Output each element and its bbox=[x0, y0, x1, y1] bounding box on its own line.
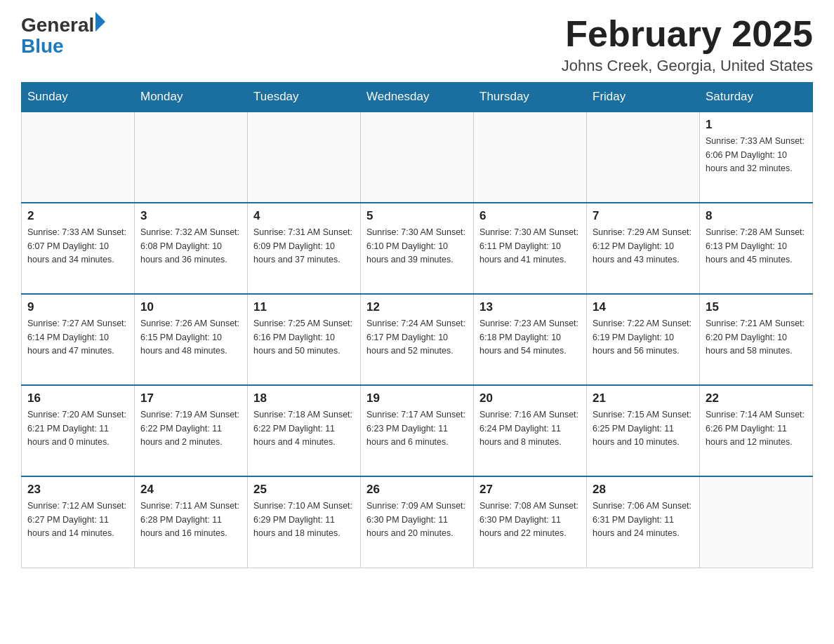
calendar-cell: 12Sunrise: 7:24 AM Sunset: 6:17 PM Dayli… bbox=[361, 294, 474, 385]
calendar-cell: 21Sunrise: 7:15 AM Sunset: 6:25 PM Dayli… bbox=[587, 385, 700, 476]
calendar-cell: 9Sunrise: 7:27 AM Sunset: 6:14 PM Daylig… bbox=[22, 294, 135, 385]
day-number: 1 bbox=[706, 118, 807, 132]
calendar-cell bbox=[474, 112, 587, 203]
calendar-table: SundayMondayTuesdayWednesdayThursdayFrid… bbox=[21, 82, 813, 568]
day-number: 10 bbox=[140, 300, 241, 314]
weekday-header-saturday: Saturday bbox=[700, 83, 813, 112]
calendar-cell: 15Sunrise: 7:21 AM Sunset: 6:20 PM Dayli… bbox=[700, 294, 813, 385]
day-info: Sunrise: 7:31 AM Sunset: 6:09 PM Dayligh… bbox=[253, 226, 355, 267]
day-number: 5 bbox=[366, 209, 468, 223]
logo-blue-text: Blue bbox=[21, 36, 64, 56]
day-number: 4 bbox=[253, 209, 355, 223]
calendar-cell: 19Sunrise: 7:17 AM Sunset: 6:23 PM Dayli… bbox=[361, 385, 474, 476]
day-info: Sunrise: 7:32 AM Sunset: 6:08 PM Dayligh… bbox=[140, 226, 241, 267]
calendar-cell: 24Sunrise: 7:11 AM Sunset: 6:28 PM Dayli… bbox=[135, 476, 248, 568]
day-number: 9 bbox=[27, 300, 128, 314]
calendar-cell: 1Sunrise: 7:33 AM Sunset: 6:06 PM Daylig… bbox=[700, 112, 813, 203]
calendar-cell: 25Sunrise: 7:10 AM Sunset: 6:29 PM Dayli… bbox=[248, 476, 361, 568]
day-info: Sunrise: 7:09 AM Sunset: 6:30 PM Dayligh… bbox=[366, 499, 468, 540]
calendar-cell: 8Sunrise: 7:28 AM Sunset: 6:13 PM Daylig… bbox=[700, 203, 813, 294]
day-info: Sunrise: 7:27 AM Sunset: 6:14 PM Dayligh… bbox=[27, 317, 128, 358]
logo: General Blue bbox=[21, 14, 105, 56]
calendar-cell bbox=[135, 112, 248, 203]
calendar-cell bbox=[700, 476, 813, 568]
day-number: 18 bbox=[253, 391, 355, 405]
calendar-cell bbox=[587, 112, 700, 203]
day-number: 7 bbox=[593, 209, 694, 223]
calendar-cell: 10Sunrise: 7:26 AM Sunset: 6:15 PM Dayli… bbox=[135, 294, 248, 385]
day-info: Sunrise: 7:08 AM Sunset: 6:30 PM Dayligh… bbox=[479, 499, 581, 540]
day-info: Sunrise: 7:30 AM Sunset: 6:11 PM Dayligh… bbox=[479, 226, 581, 267]
day-info: Sunrise: 7:29 AM Sunset: 6:12 PM Dayligh… bbox=[593, 226, 694, 267]
day-number: 11 bbox=[253, 300, 355, 314]
day-number: 17 bbox=[140, 391, 241, 405]
calendar-cell: 27Sunrise: 7:08 AM Sunset: 6:30 PM Dayli… bbox=[474, 476, 587, 568]
week-row-4: 16Sunrise: 7:20 AM Sunset: 6:21 PM Dayli… bbox=[22, 385, 813, 476]
day-info: Sunrise: 7:10 AM Sunset: 6:29 PM Dayligh… bbox=[253, 499, 355, 540]
calendar-cell: 5Sunrise: 7:30 AM Sunset: 6:10 PM Daylig… bbox=[361, 203, 474, 294]
month-title: February 2025 bbox=[562, 14, 813, 54]
day-number: 25 bbox=[253, 483, 355, 497]
calendar-header-row: SundayMondayTuesdayWednesdayThursdayFrid… bbox=[22, 83, 813, 112]
day-info: Sunrise: 7:11 AM Sunset: 6:28 PM Dayligh… bbox=[140, 499, 241, 540]
week-row-2: 2Sunrise: 7:33 AM Sunset: 6:07 PM Daylig… bbox=[22, 203, 813, 294]
weekday-header-sunday: Sunday bbox=[22, 83, 135, 112]
weekday-header-thursday: Thursday bbox=[474, 83, 587, 112]
week-row-1: 1Sunrise: 7:33 AM Sunset: 6:06 PM Daylig… bbox=[22, 112, 813, 203]
day-info: Sunrise: 7:30 AM Sunset: 6:10 PM Dayligh… bbox=[366, 226, 468, 267]
week-row-3: 9Sunrise: 7:27 AM Sunset: 6:14 PM Daylig… bbox=[22, 294, 813, 385]
calendar-cell bbox=[248, 112, 361, 203]
day-info: Sunrise: 7:25 AM Sunset: 6:16 PM Dayligh… bbox=[253, 317, 355, 358]
weekday-header-wednesday: Wednesday bbox=[361, 83, 474, 112]
weekday-header-friday: Friday bbox=[587, 83, 700, 112]
day-number: 21 bbox=[593, 391, 694, 405]
calendar-cell bbox=[361, 112, 474, 203]
day-number: 23 bbox=[27, 483, 128, 497]
calendar-cell: 6Sunrise: 7:30 AM Sunset: 6:11 PM Daylig… bbox=[474, 203, 587, 294]
day-number: 6 bbox=[479, 209, 581, 223]
day-info: Sunrise: 7:28 AM Sunset: 6:13 PM Dayligh… bbox=[706, 226, 807, 267]
day-number: 16 bbox=[27, 391, 128, 405]
day-info: Sunrise: 7:06 AM Sunset: 6:31 PM Dayligh… bbox=[593, 499, 694, 540]
day-number: 28 bbox=[593, 483, 694, 497]
day-number: 12 bbox=[366, 300, 468, 314]
calendar-cell: 7Sunrise: 7:29 AM Sunset: 6:12 PM Daylig… bbox=[587, 203, 700, 294]
day-info: Sunrise: 7:33 AM Sunset: 6:07 PM Dayligh… bbox=[27, 226, 128, 267]
calendar-cell: 28Sunrise: 7:06 AM Sunset: 6:31 PM Dayli… bbox=[587, 476, 700, 568]
logo-general-text: General bbox=[21, 14, 94, 36]
calendar-cell: 11Sunrise: 7:25 AM Sunset: 6:16 PM Dayli… bbox=[248, 294, 361, 385]
day-info: Sunrise: 7:21 AM Sunset: 6:20 PM Dayligh… bbox=[706, 317, 807, 358]
title-section: February 2025 Johns Creek, Georgia, Unit… bbox=[562, 14, 813, 75]
calendar-cell: 16Sunrise: 7:20 AM Sunset: 6:21 PM Dayli… bbox=[22, 385, 135, 476]
day-number: 8 bbox=[706, 209, 807, 223]
day-info: Sunrise: 7:15 AM Sunset: 6:25 PM Dayligh… bbox=[593, 408, 694, 449]
day-info: Sunrise: 7:33 AM Sunset: 6:06 PM Dayligh… bbox=[706, 135, 807, 175]
day-number: 27 bbox=[479, 483, 581, 497]
day-number: 20 bbox=[479, 391, 581, 405]
weekday-header-monday: Monday bbox=[135, 83, 248, 112]
day-info: Sunrise: 7:26 AM Sunset: 6:15 PM Dayligh… bbox=[140, 317, 241, 358]
day-number: 24 bbox=[140, 483, 241, 497]
day-number: 3 bbox=[140, 209, 241, 223]
calendar-cell: 26Sunrise: 7:09 AM Sunset: 6:30 PM Dayli… bbox=[361, 476, 474, 568]
page-header: General Blue February 2025 Johns Creek, … bbox=[21, 14, 813, 75]
calendar-cell: 18Sunrise: 7:18 AM Sunset: 6:22 PM Dayli… bbox=[248, 385, 361, 476]
calendar-cell: 4Sunrise: 7:31 AM Sunset: 6:09 PM Daylig… bbox=[248, 203, 361, 294]
weekday-header-tuesday: Tuesday bbox=[248, 83, 361, 112]
calendar-cell: 22Sunrise: 7:14 AM Sunset: 6:26 PM Dayli… bbox=[700, 385, 813, 476]
day-info: Sunrise: 7:23 AM Sunset: 6:18 PM Dayligh… bbox=[479, 317, 581, 358]
day-number: 2 bbox=[27, 209, 128, 223]
location-text: Johns Creek, Georgia, United States bbox=[562, 57, 813, 75]
day-number: 15 bbox=[706, 300, 807, 314]
day-info: Sunrise: 7:12 AM Sunset: 6:27 PM Dayligh… bbox=[27, 499, 128, 540]
calendar-cell: 17Sunrise: 7:19 AM Sunset: 6:22 PM Dayli… bbox=[135, 385, 248, 476]
calendar-cell: 20Sunrise: 7:16 AM Sunset: 6:24 PM Dayli… bbox=[474, 385, 587, 476]
day-info: Sunrise: 7:17 AM Sunset: 6:23 PM Dayligh… bbox=[366, 408, 468, 449]
calendar-cell: 13Sunrise: 7:23 AM Sunset: 6:18 PM Dayli… bbox=[474, 294, 587, 385]
calendar-cell bbox=[22, 112, 135, 203]
day-info: Sunrise: 7:14 AM Sunset: 6:26 PM Dayligh… bbox=[706, 408, 807, 449]
day-number: 13 bbox=[479, 300, 581, 314]
week-row-5: 23Sunrise: 7:12 AM Sunset: 6:27 PM Dayli… bbox=[22, 476, 813, 568]
day-info: Sunrise: 7:19 AM Sunset: 6:22 PM Dayligh… bbox=[140, 408, 241, 449]
day-info: Sunrise: 7:18 AM Sunset: 6:22 PM Dayligh… bbox=[253, 408, 355, 449]
